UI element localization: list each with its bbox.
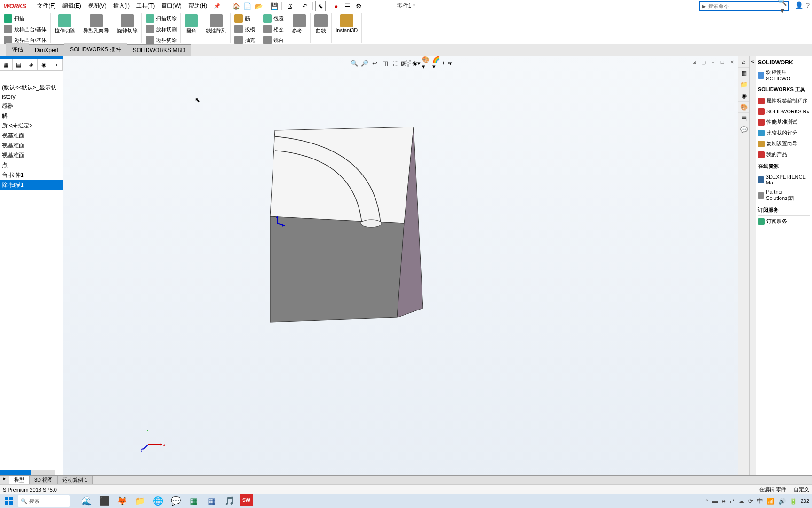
taskbar-search[interactable]: 🔍 搜索	[18, 495, 70, 507]
tree-tab-1[interactable]: ▦	[0, 59, 13, 70]
taskbar-app-3[interactable]: ▦	[204, 494, 219, 508]
3dexperience-link[interactable]: 3DEXPERIENCE Ma	[758, 172, 810, 187]
perf-benchmark-link[interactable]: 性能基准测试	[758, 117, 810, 127]
zoom-fit-icon[interactable]: 🔍	[350, 58, 359, 68]
hide-show-icon[interactable]: ◉▾	[412, 58, 421, 68]
property-tab-link[interactable]: 属性标签编制程序	[758, 95, 810, 106]
view-settings-icon[interactable]: 🖵▾	[443, 58, 452, 68]
tree-cut-sweep[interactable]: 除-扫描1	[0, 180, 63, 190]
search-icon[interactable]: 🔍▾	[777, 0, 788, 15]
tray-ie-icon[interactable]: e	[722, 498, 725, 505]
search-command-box[interactable]: ▶ 🔍▾	[699, 1, 789, 11]
help-icon[interactable]: ?	[806, 1, 810, 9]
btab-3dview[interactable]: 3D 视图	[30, 476, 58, 484]
save-icon[interactable]: 💾	[269, 1, 279, 11]
curves-button[interactable]: 曲线	[312, 13, 329, 35]
search-input[interactable]	[708, 3, 777, 9]
options-icon[interactable]: ☰	[342, 1, 352, 11]
rs-folder-icon[interactable]: 📁	[738, 79, 750, 90]
taskbar-music[interactable]: 🎵	[222, 494, 237, 508]
copy-settings-link[interactable]: 复制设置向导	[758, 138, 810, 149]
tray-cloud-icon[interactable]: ☁	[738, 498, 744, 505]
instant3d-button[interactable]: Instant3D	[334, 13, 359, 34]
display-style-icon[interactable]: ▨░	[401, 58, 411, 68]
tree-annotations[interactable]: 解	[0, 111, 63, 121]
3d-viewport[interactable]: 🔍 🔎 ↩ ◫ ⬚ ▨░ ◉▾ 🎨▾ 🌈▾ 🖵▾ ⊡ ▢ － □ ✕ ⬉	[63, 56, 738, 475]
rs-props-icon[interactable]: ▤	[738, 113, 750, 124]
tray-volume-icon[interactable]: 🔊	[778, 498, 786, 505]
tree-config[interactable]: (默认<<默认>_显示状	[0, 83, 63, 93]
linear-pattern-button[interactable]: 线性阵列	[204, 13, 228, 35]
taskbar-edge[interactable]: 🌐	[150, 494, 165, 508]
viewport-max-icon[interactable]: □	[718, 58, 726, 66]
menu-window[interactable]: 窗口(W)	[158, 0, 184, 12]
panel-collapse[interactable]: «	[749, 56, 756, 475]
menu-edit[interactable]: 编辑(E)	[60, 0, 84, 12]
tray-clock[interactable]: 202	[801, 498, 809, 504]
rib-button[interactable]: 筋	[233, 13, 257, 24]
pin-icon[interactable]: 📌	[214, 3, 220, 9]
menu-view[interactable]: 视图(V)	[85, 0, 109, 12]
print-icon[interactable]: 🖨	[284, 1, 295, 11]
edit-appearance-icon[interactable]: 🎨▾	[422, 58, 431, 68]
reference-button[interactable]: 参考...	[290, 13, 308, 35]
prev-view-icon[interactable]: ↩	[370, 58, 380, 68]
sweep-cut-button[interactable]: 扫描切除	[144, 13, 179, 24]
my-products-link[interactable]: 我的产品	[758, 149, 810, 160]
tree-origin[interactable]: 点	[0, 160, 63, 170]
select-icon[interactable]: ⬉	[315, 1, 326, 11]
taskbar-wechat[interactable]: 💬	[168, 494, 183, 508]
menu-insert[interactable]: 插入(I)	[110, 0, 133, 12]
loft-button[interactable]: 放样凸台/基体	[2, 24, 48, 34]
loft-cut-button[interactable]: 放样切割	[144, 24, 179, 34]
tree-tab-4[interactable]: ◉	[38, 59, 50, 70]
tab-evaluate[interactable]: 评估	[6, 43, 29, 56]
taskbar-app-2[interactable]: ⬛	[97, 494, 112, 508]
menu-tools[interactable]: 工具(T)	[133, 0, 157, 12]
user-icon[interactable]: 👤	[795, 1, 803, 9]
tab-sw-addins[interactable]: SOLIDWORKS 插件	[64, 43, 127, 56]
rebuild-icon[interactable]: ●	[331, 1, 341, 11]
btab-prev[interactable]: ▸	[0, 476, 9, 484]
taskbar-excel[interactable]: ▦	[186, 494, 201, 508]
tree-boss-extrude[interactable]: 台-拉伸1	[0, 170, 63, 180]
tray-wifi-icon[interactable]: 📶	[767, 498, 774, 505]
tree-tab-expand[interactable]: ›	[50, 59, 63, 70]
tray-app-icon[interactable]: ▬	[712, 498, 718, 505]
zoom-area-icon[interactable]: 🔎	[360, 58, 369, 68]
partner-link[interactable]: Partner Solutions(新	[758, 187, 810, 204]
viewport-min-icon[interactable]: ⊡	[690, 58, 698, 66]
new-icon[interactable]: 📄	[242, 1, 252, 11]
home-icon[interactable]: 🏠	[231, 1, 241, 11]
taskbar-explorer[interactable]: 📁	[133, 494, 148, 508]
revolve-cut-button[interactable]: 旋转切除	[115, 13, 140, 35]
settings-icon[interactable]: ⚙	[353, 1, 364, 11]
undo-icon[interactable]: ↶	[300, 1, 310, 11]
boundary-cut-button[interactable]: 边界切除	[144, 35, 179, 45]
viewport-close-icon[interactable]: ✕	[727, 58, 736, 66]
tree-sensors[interactable]: 感器	[0, 101, 63, 111]
compare-score-link[interactable]: 比较我的评分	[758, 127, 810, 138]
taskbar-app-1[interactable]: 🌊	[79, 494, 94, 508]
rs-part-icon[interactable]: ▦	[738, 68, 750, 79]
fillet-button[interactable]: 圆角	[183, 13, 200, 35]
tray-bluetooth-icon[interactable]: ⇄	[729, 498, 734, 505]
tab-sw-mbd[interactable]: SOLIDWORKS MBD	[127, 44, 191, 56]
wrap-button[interactable]: 包覆	[261, 13, 286, 24]
start-button[interactable]	[2, 495, 16, 507]
btab-model[interactable]: 模型	[9, 476, 30, 484]
rs-home-icon[interactable]: ⌂	[738, 56, 750, 68]
tree-tab-3[interactable]: ◈	[25, 59, 38, 70]
view-orient-icon[interactable]: ⬚	[391, 58, 400, 68]
tray-chevron-icon[interactable]: ^	[705, 498, 708, 505]
tree-front-plane[interactable]: 视基准面	[0, 131, 63, 141]
tab-dimxpert[interactable]: DimXpert	[29, 44, 64, 56]
subscribe-link[interactable]: 订阅服务	[758, 216, 810, 227]
intersect-button[interactable]: 相交	[261, 24, 286, 34]
section-icon[interactable]: ◫	[381, 58, 390, 68]
mirror-button[interactable]: 镜向	[261, 35, 286, 45]
btab-motion[interactable]: 运动算例 1	[58, 476, 93, 484]
viewport-min2-icon[interactable]: －	[709, 58, 717, 66]
hole-wizard-button[interactable]: 异型孔向导	[81, 13, 111, 35]
sweep-button[interactable]: 扫描	[2, 13, 48, 24]
